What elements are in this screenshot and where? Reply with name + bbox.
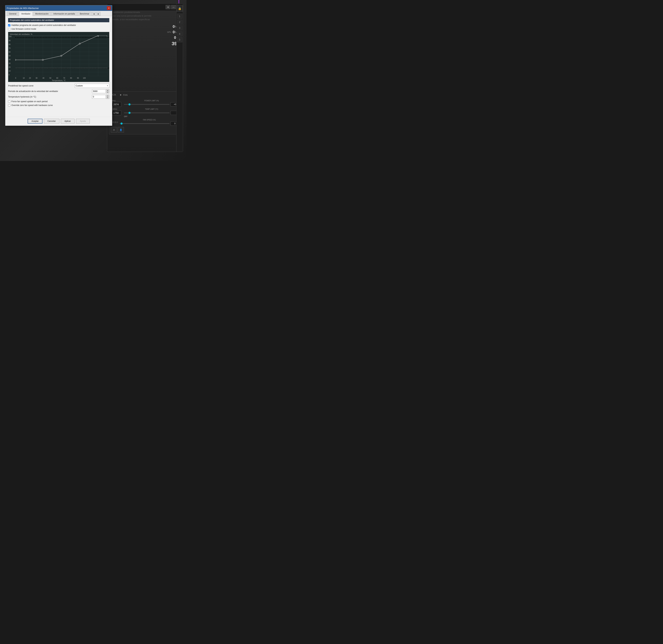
override-zero-row: Override zero fan speed with hardware cu…: [8, 104, 109, 107]
msi-sidebar: 🔒 1 2 3 4 5: [176, 4, 183, 152]
svg-point-27: [97, 36, 99, 36]
fan-curve-svg: [15, 36, 107, 76]
period-row: Período de actualización de la velocidad…: [8, 89, 109, 93]
off-label: OFF: [124, 116, 179, 117]
profile-btn-user[interactable]: 👤: [118, 127, 124, 133]
temp-limit-section: TEMP LIMIT (°C) OFF: [124, 108, 179, 117]
clock-section: (MHz) 2674: [111, 100, 121, 107]
properties-dialog: Propiedades de MSI Afterburner × General…: [5, 5, 112, 126]
profile-buttons: A 👤: [111, 127, 179, 133]
y-label-20: 20: [9, 66, 10, 68]
sidebar-num-5[interactable]: 5: [177, 37, 182, 42]
k-mhz-label: K (MHz): [111, 108, 121, 110]
section-header: Propieades del control automático del ve…: [8, 18, 109, 22]
tab-nav-next[interactable]: ►: [96, 12, 101, 16]
predefined-select-wrapper: Custom Silent Gaming Turbo ▼: [75, 84, 109, 88]
sidebar-num-2[interactable]: 2: [177, 20, 182, 25]
tab-monitorizacion[interactable]: Monitorización: [33, 12, 51, 16]
apply-button[interactable]: Aplicar: [61, 119, 74, 123]
help-button[interactable]: Ayuda: [76, 119, 90, 123]
tab-nav-prev[interactable]: ◄: [92, 12, 96, 16]
fan-speed-control: 0: [119, 121, 179, 125]
fan-header: ✦ FAN: [119, 93, 127, 97]
temp-slider-thumb: [129, 112, 131, 114]
hysteresis-input[interactable]: [92, 95, 106, 99]
tab-general[interactable]: General: [7, 12, 19, 16]
y-label-60: 60: [9, 51, 10, 53]
k-clock-temp-row: K (MHz) 1750 TEMP LIMIT (°C) OFF: [111, 108, 179, 117]
lock-icon[interactable]: 🔒: [177, 5, 183, 12]
power-slider[interactable]: [124, 104, 170, 105]
hysteresis-spinbox: ▲ ▼: [106, 95, 109, 99]
x-label-90: 90: [77, 77, 79, 79]
tab-informacion[interactable]: Información en pantalla: [51, 12, 77, 16]
reading-value-1: 0: [173, 24, 175, 29]
clock-power-row: (MHz) 2674 POWER LIMIT (%) +0: [111, 100, 179, 107]
msi-controls-panel: OCK ✦ FAN (MHz) 2674 POWER LIMIT (%): [109, 91, 181, 134]
temp-limit-label: TEMP LIMIT (°C): [124, 108, 179, 110]
y-label-80: 80: [9, 44, 10, 45]
period-spin-up[interactable]: ▲: [106, 89, 109, 91]
minimize-btn[interactable]: —: [171, 5, 176, 9]
force-update-row: Force fan speed update on each period: [8, 100, 109, 103]
reading-row-4: 39 °C: [110, 41, 180, 46]
tab-ventilador[interactable]: Ventilador: [19, 12, 32, 16]
windows-btn[interactable]: ⊞: [165, 5, 171, 9]
hysteresis-label: Temperature hysteresis (in °C): [8, 96, 92, 98]
spacer: [8, 108, 109, 115]
sidebar-num-4[interactable]: 4: [177, 31, 182, 37]
clock-value: 2674: [111, 102, 121, 107]
dialog-title: Propiedades de MSI Afterburner: [7, 7, 107, 9]
fan-speed-slider[interactable]: [119, 123, 170, 124]
profile-btn-a[interactable]: A: [111, 127, 117, 133]
override-zero-label: Override zero fan speed with hardware cu…: [12, 104, 53, 107]
power-limit-section: POWER LIMIT (%) +0: [124, 100, 179, 107]
y-label-10: 10: [9, 70, 10, 72]
use-firmware-mode-label: Use firmware control mode: [12, 28, 36, 30]
ock-fan-header: OCK ✦ FAN: [111, 93, 179, 98]
y-label-50: 50: [9, 55, 10, 57]
temp-limit-control: [124, 111, 179, 115]
power-slider-thumb: [129, 104, 131, 106]
use-firmware-mode-checkbox[interactable]: [8, 28, 10, 30]
force-update-label: Force fan speed update on each period: [12, 100, 47, 103]
chart-title: Velocidad del ventilador, %: [10, 33, 32, 35]
dialog-close-button[interactable]: ×: [107, 6, 111, 10]
hysteresis-spin-up[interactable]: ▲: [106, 95, 109, 97]
predefined-select[interactable]: Custom Silent Gaming Turbo: [75, 84, 109, 88]
predefined-row: Predefined fan speed curve Custom Silent…: [8, 84, 109, 88]
force-update-checkbox[interactable]: [8, 100, 10, 103]
x-label-10: 10: [23, 77, 25, 79]
fan-speed-section: FAN SPEED (%) 0: [119, 119, 179, 125]
x-label-80: 80: [70, 77, 72, 79]
override-zero-checkbox[interactable]: [8, 104, 10, 107]
x-label-70: 70: [63, 77, 65, 79]
k-clock-section: K (MHz) 1750: [111, 108, 121, 117]
dialog-titlebar: Propiedades de MSI Afterburner ×: [5, 5, 112, 11]
sidebar-num-3[interactable]: 3: [177, 25, 182, 30]
y-label-70: 70: [9, 47, 10, 49]
msi-main-panel: ⊞ — × la ventilación predeterminada gura…: [107, 3, 183, 152]
use-firmware-mode-row: Use firmware control mode: [8, 28, 109, 30]
period-control: ▲ ▼: [92, 89, 109, 93]
tab-benchmar[interactable]: Benchmar: [78, 12, 91, 16]
k-clock-value: 1750: [111, 111, 121, 115]
x-label-100: 100: [83, 77, 86, 79]
fan-speed-slider-thumb: [120, 122, 123, 124]
enable-user-program-checkbox[interactable]: [8, 24, 10, 26]
accept-button[interactable]: Aceptar: [28, 119, 42, 123]
dialog-buttons: Aceptar Cancelar Aplicar Ayuda: [5, 117, 112, 125]
fan-curve-chart[interactable]: Velocidad del ventilador, % 100 90 80 70…: [8, 32, 109, 82]
temp-slider[interactable]: [124, 113, 170, 113]
predefined-label: Predefined fan speed curve: [8, 85, 75, 87]
power-limit-control: +0: [124, 102, 179, 107]
y-label-30: 30: [9, 63, 10, 64]
power-limit-label: POWER LIMIT (%): [124, 100, 179, 101]
cancel-button[interactable]: Cancelar: [44, 119, 59, 123]
reading-row-3: 0 mV: [110, 36, 180, 40]
sidebar-num-1[interactable]: 1: [177, 14, 182, 19]
period-spinbox: ▲ ▼: [106, 89, 109, 93]
hysteresis-spin-down[interactable]: ▼: [106, 97, 109, 99]
period-input[interactable]: [92, 89, 106, 93]
period-spin-down[interactable]: ▼: [106, 91, 109, 93]
